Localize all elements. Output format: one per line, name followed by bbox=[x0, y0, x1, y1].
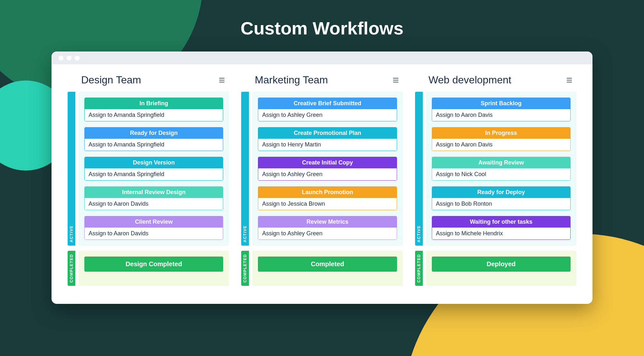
completed-tab-label: COMPLETED bbox=[417, 251, 421, 286]
completed-section-body: Deployed bbox=[426, 251, 576, 286]
workflow-column: Marketing TeamACTIVECreative Brief Submi… bbox=[241, 74, 402, 291]
card-title: Ready for Deploy bbox=[432, 187, 570, 198]
workflow-column: Web developmentACTIVESprint BacklogAssig… bbox=[415, 74, 576, 291]
active-tab-label: ACTIVE bbox=[243, 222, 247, 246]
workflow-columns: Design TeamACTIVEIn BriefingAssign to Am… bbox=[68, 74, 576, 291]
workflow-card[interactable]: Ready for DeployAssign to Bob Ronton bbox=[432, 186, 571, 210]
completed-status[interactable]: Design Completed bbox=[84, 257, 223, 272]
card-assignee: Assign to Aaron Davids bbox=[85, 228, 223, 239]
card-assignee: Assign to Henry Martin bbox=[258, 139, 396, 151]
active-tab[interactable]: ACTIVE bbox=[241, 92, 249, 246]
card-title: Sprint Backlog bbox=[432, 98, 570, 109]
active-section-body: In BriefingAssign to Amanda SpringfieldR… bbox=[79, 92, 229, 246]
column-title: Marketing Team bbox=[255, 74, 328, 86]
card-title: In Briefing bbox=[85, 98, 223, 109]
card-title: In Progress bbox=[432, 127, 570, 139]
card-assignee: Assign to Jessica Brown bbox=[258, 198, 396, 210]
column-header: Design Team bbox=[68, 74, 229, 92]
card-title: Creative Brief Submitted bbox=[258, 98, 396, 109]
completed-section: COMPLETEDDesign Completed bbox=[68, 251, 229, 286]
completed-section-body: Design Completed bbox=[79, 251, 229, 286]
card-assignee: Assign to Amanda Springfield bbox=[85, 139, 223, 151]
completed-tab[interactable]: COMPLETED bbox=[241, 251, 249, 286]
card-title: Review Metrics bbox=[258, 216, 396, 228]
card-title: Internal Review Design bbox=[85, 187, 223, 198]
card-assignee: Assign to Bob Ronton bbox=[432, 198, 570, 210]
column-menu-icon[interactable] bbox=[391, 76, 400, 84]
card-assignee: Assign to Aaron Davis bbox=[432, 139, 570, 151]
card-title: Create Promotional Plan bbox=[258, 127, 396, 139]
window-dot-icon bbox=[59, 56, 63, 61]
card-title: Awaiting Review bbox=[432, 157, 570, 168]
workflow-card[interactable]: Sprint BacklogAssign to Aaron Davis bbox=[432, 98, 571, 121]
card-assignee: Assign to Aaron Davis bbox=[432, 109, 570, 121]
workflow-card[interactable]: Ready for DesignAssign to Amanda Springf… bbox=[84, 127, 223, 151]
card-assignee: Assign to Ashley Green bbox=[258, 168, 396, 180]
workflow-card[interactable]: Launch PromotionAssign to Jessica Brown bbox=[258, 186, 397, 210]
completed-tab-label: COMPLETED bbox=[243, 251, 247, 286]
column-menu-icon[interactable] bbox=[565, 76, 574, 84]
active-tab-label: ACTIVE bbox=[417, 222, 421, 246]
workflow-card[interactable]: In BriefingAssign to Amanda Springfield bbox=[84, 98, 223, 121]
workflow-card[interactable]: Client ReviewAssign to Aaron Davids bbox=[84, 216, 223, 240]
workflow-card[interactable]: Creative Brief SubmittedAssign to Ashley… bbox=[258, 98, 397, 121]
workflow-card[interactable]: Review MetricsAssign to Ashley Green bbox=[258, 216, 397, 240]
active-tab-label: ACTIVE bbox=[69, 222, 74, 246]
card-assignee: Assign to Michele Hendrix bbox=[432, 228, 570, 239]
active-tab[interactable]: ACTIVE bbox=[415, 92, 423, 246]
completed-section: COMPLETEDCompleted bbox=[241, 251, 402, 286]
active-section-body: Sprint BacklogAssign to Aaron DavisIn Pr… bbox=[426, 92, 576, 246]
completed-tab[interactable]: COMPLETED bbox=[68, 251, 75, 286]
completed-section: COMPLETEDDeployed bbox=[415, 251, 576, 286]
card-assignee: Assign to Amanda Springfield bbox=[85, 109, 223, 121]
completed-tab-label: COMPLETED bbox=[69, 251, 74, 286]
completed-tab[interactable]: COMPLETED bbox=[415, 251, 423, 286]
window-dot-icon bbox=[75, 56, 80, 61]
stage: Custom Workflows Design TeamACTIVEIn Bri… bbox=[0, 0, 644, 356]
workflow-card[interactable]: Internal Review DesignAssign to Aaron Da… bbox=[84, 186, 223, 210]
card-title: Create Initial Copy bbox=[258, 157, 396, 168]
column-header: Marketing Team bbox=[241, 74, 402, 92]
card-assignee: Assign to Aaron Davids bbox=[85, 198, 223, 210]
card-assignee: Assign to Ashley Green bbox=[258, 109, 396, 121]
workflow-card[interactable]: Design VersionAssign to Amanda Springfie… bbox=[84, 157, 223, 181]
workflow-card[interactable]: Create Promotional PlanAssign to Henry M… bbox=[258, 127, 397, 151]
card-assignee: Assign to Amanda Springfield bbox=[85, 168, 223, 180]
browser-chrome bbox=[52, 52, 592, 64]
card-assignee: Assign to Nick Cool bbox=[432, 168, 570, 180]
completed-section-body: Completed bbox=[252, 251, 402, 286]
browser-body: Design TeamACTIVEIn BriefingAssign to Am… bbox=[52, 64, 592, 304]
column-menu-icon[interactable] bbox=[217, 76, 226, 84]
card-title: Launch Promotion bbox=[258, 187, 396, 198]
completed-status[interactable]: Deployed bbox=[432, 257, 571, 272]
card-title: Ready for Design bbox=[85, 127, 223, 139]
active-section-body: Creative Brief SubmittedAssign to Ashley… bbox=[252, 92, 402, 246]
completed-status[interactable]: Completed bbox=[258, 257, 397, 272]
column-title: Web development bbox=[429, 74, 511, 86]
active-section: ACTIVECreative Brief SubmittedAssign to … bbox=[241, 92, 402, 246]
window-dot-icon bbox=[67, 56, 71, 61]
card-title: Design Version bbox=[85, 157, 223, 168]
active-tab[interactable]: ACTIVE bbox=[68, 92, 75, 246]
workflow-card[interactable]: Awaiting ReviewAssign to Nick Cool bbox=[432, 157, 571, 181]
page-title: Custom Workflows bbox=[0, 0, 644, 39]
active-section: ACTIVEIn BriefingAssign to Amanda Spring… bbox=[68, 92, 229, 246]
card-title: Waiting for other tasks bbox=[432, 216, 570, 228]
active-section: ACTIVESprint BacklogAssign to Aaron Davi… bbox=[415, 92, 576, 246]
browser-window: Design TeamACTIVEIn BriefingAssign to Am… bbox=[52, 52, 592, 304]
workflow-card[interactable]: Waiting for other tasksAssign to Michele… bbox=[432, 216, 571, 240]
column-header: Web development bbox=[415, 74, 576, 92]
workflow-column: Design TeamACTIVEIn BriefingAssign to Am… bbox=[68, 74, 229, 291]
card-assignee: Assign to Ashley Green bbox=[258, 228, 396, 239]
column-title: Design Team bbox=[81, 74, 141, 86]
card-title: Client Review bbox=[85, 216, 223, 228]
workflow-card[interactable]: In ProgressAssign to Aaron Davis bbox=[432, 127, 571, 151]
workflow-card[interactable]: Create Initial CopyAssign to Ashley Gree… bbox=[258, 157, 397, 181]
